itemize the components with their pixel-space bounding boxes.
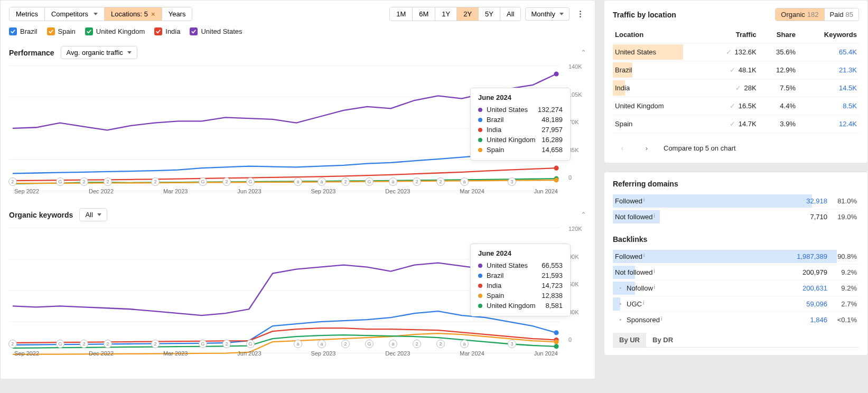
keywords-link[interactable]: 14.5K <box>839 84 857 92</box>
timeline-marker[interactable]: 3 <box>508 177 516 186</box>
performance-chart[interactable]: 140K105K70K35K0 2G222G2Gaa2Ga22a3 Sep 20… <box>9 63 586 195</box>
backlinks-list: Followedi 1,987,389 90.8% Not followedi … <box>613 249 859 328</box>
keywords-link[interactable]: 8.5K <box>843 102 857 110</box>
timeline-marker[interactable]: 2 <box>80 177 88 186</box>
timeline-marker[interactable]: a <box>318 177 326 186</box>
collapse-icon[interactable]: ⌃ <box>581 49 586 57</box>
compare-link[interactable]: Compare top 5 on chart <box>664 144 736 152</box>
performance-header: Performance Avg. organic traffic ⌃ <box>9 46 586 59</box>
timeline-marker[interactable]: 2 <box>104 177 112 186</box>
paid-pill[interactable]: Paid85 <box>825 8 859 21</box>
keywords-link[interactable]: 12.4K <box>839 120 857 128</box>
list-item[interactable]: Not followedi 7,710 19.0% <box>613 209 859 224</box>
timeline-marker[interactable]: G <box>246 340 255 348</box>
timeline-marker[interactable]: 3 <box>508 340 516 348</box>
performance-title: Performance <box>9 49 54 57</box>
more-menu-icon[interactable] <box>574 8 586 21</box>
range-6M[interactable]: 6M <box>413 7 435 21</box>
timeline-marker[interactable]: 2 <box>8 177 17 186</box>
tab-by-ur[interactable]: By UR <box>613 333 646 347</box>
timeline-marker[interactable]: 2 <box>8 340 17 348</box>
keywords-link[interactable]: 21.3K <box>839 66 857 74</box>
list-item[interactable]: Not followedi 200,979 9.2% <box>613 265 859 280</box>
metrics-button[interactable]: Metrics <box>10 7 45 21</box>
timeline-marker[interactable]: 2 <box>436 177 445 186</box>
close-icon[interactable]: × <box>151 10 155 18</box>
timeline-marker[interactable]: 2 <box>104 340 112 348</box>
timeline-marker[interactable]: a <box>294 340 302 348</box>
list-item[interactable]: UGCi 59,096 2.7% <box>613 296 859 312</box>
legend-label: India <box>165 27 180 35</box>
backlinks-title: Backlinks <box>613 235 859 244</box>
legend-spain[interactable]: Spain <box>47 27 76 35</box>
timeline-marker[interactable]: 2 <box>413 340 421 348</box>
timeline-marker[interactable]: 2 <box>413 177 421 186</box>
check-icon: ✓ <box>735 84 741 92</box>
list-item[interactable]: Nofollowi 200,631 9.2% <box>613 280 859 296</box>
check-icon: ✓ <box>726 48 732 56</box>
range-1M[interactable]: 1M <box>390 7 413 21</box>
main-panel: Metrics Competitors Locations: 5× Years … <box>0 0 595 379</box>
timeline-marker[interactable]: 2 <box>341 177 350 186</box>
perf-metric-dropdown[interactable]: Avg. organic traffic <box>61 46 137 59</box>
table-row[interactable]: United States ✓132.6K 35.6% 65.4K <box>613 43 859 61</box>
range-5Y[interactable]: 5Y <box>479 7 500 21</box>
chevron-down-icon <box>97 213 101 216</box>
compare-row: ‹ › Compare top 5 on chart <box>613 133 859 155</box>
col-keywords[interactable]: Keywords <box>798 26 859 43</box>
timeline-marker[interactable]: a <box>389 340 397 348</box>
legend-us[interactable]: United States <box>190 27 242 35</box>
list-item[interactable]: Followedi 32,918 81.0% <box>613 193 859 209</box>
timeline-marker[interactable]: 2 <box>436 340 445 348</box>
timeline-marker[interactable]: a <box>318 340 326 348</box>
timeline-marker[interactable]: G <box>199 340 207 348</box>
table-row[interactable]: India ✓28K 7.5% 14.5K <box>613 79 859 97</box>
col-share[interactable]: Share <box>759 26 798 43</box>
locations-button[interactable]: Locations: 5× <box>105 7 162 21</box>
years-button[interactable]: Years <box>162 7 192 21</box>
table-row[interactable]: Spain ✓14.7K 3.9% 12.4K <box>613 115 859 133</box>
tab-by-dr[interactable]: By DR <box>646 333 679 347</box>
timeline-marker[interactable]: a <box>294 177 302 186</box>
legend-label: Spain <box>58 27 76 35</box>
timeline-marker[interactable]: a <box>460 340 469 348</box>
chevron-down-icon <box>127 51 132 54</box>
next-page-icon[interactable]: › <box>639 141 654 155</box>
timeline-marker[interactable]: G <box>365 340 374 348</box>
timeline-marker[interactable]: G <box>365 177 374 186</box>
range-2Y[interactable]: 2Y <box>457 7 479 21</box>
sidebar: Traffic by location Organic182 Paid85 Lo… <box>604 0 868 379</box>
timeline-marker[interactable]: G <box>246 177 255 186</box>
keywords-chart[interactable]: 120K90K60K30K0 2G222G2Gaa2Ga22a3 Sep 202… <box>9 226 586 358</box>
location-cell: United Kingdom <box>615 102 664 110</box>
timeline-marker[interactable]: 2 <box>151 340 160 348</box>
timeline-marker[interactable]: 2 <box>222 340 231 348</box>
timeline-marker[interactable]: 2 <box>80 340 88 348</box>
checkbox-icon <box>85 27 93 35</box>
timeline-marker[interactable]: 2 <box>222 177 231 186</box>
organic-pill[interactable]: Organic182 <box>776 8 824 21</box>
range-1Y[interactable]: 1Y <box>435 7 457 21</box>
timeline-marker[interactable]: G <box>56 177 64 186</box>
list-item[interactable]: Followedi 1,987,389 90.8% <box>613 249 859 265</box>
interval-dropdown[interactable]: Monthly <box>525 7 570 21</box>
timeline-marker[interactable]: 2 <box>341 340 350 348</box>
timeline-marker[interactable]: a <box>389 177 397 186</box>
legend-india[interactable]: India <box>154 27 180 35</box>
list-item[interactable]: Sponsoredi 1,846 <0.1% <box>613 312 859 328</box>
timeline-marker[interactable]: a <box>460 177 469 186</box>
legend-uk[interactable]: United Kingdom <box>85 27 145 35</box>
legend-brazil[interactable]: Brazil <box>9 27 38 35</box>
location-table: Location Traffic Share Keywords United S… <box>613 26 859 133</box>
keywords-link[interactable]: 65.4K <box>839 48 857 56</box>
timeline-marker[interactable]: G <box>199 177 207 186</box>
timeline-marker[interactable]: 2 <box>151 177 160 186</box>
table-row[interactable]: United Kingdom ✓16.5K 4.4% 8.5K <box>613 97 859 115</box>
timeline-marker[interactable]: G <box>56 340 64 348</box>
competitors-button[interactable]: Competitors <box>45 7 105 21</box>
prev-page-icon[interactable]: ‹ <box>615 141 630 155</box>
range-All[interactable]: All <box>500 7 520 21</box>
table-row[interactable]: Brazil ✓48.1K 12.9% 21.3K <box>613 61 859 79</box>
col-traffic[interactable]: Traffic <box>701 26 759 43</box>
col-location[interactable]: Location <box>613 26 701 43</box>
